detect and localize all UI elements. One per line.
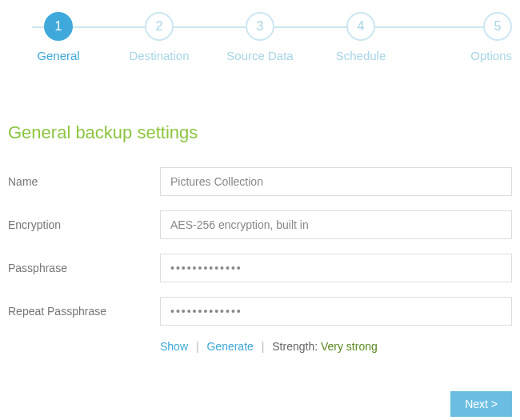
form-section: General backup settings Name Encryption … (8, 122, 512, 353)
step-label-destination: Destination (129, 49, 189, 62)
label-passphrase: Passphrase (8, 262, 160, 274)
row-passphrase: Passphrase (8, 254, 512, 282)
next-button[interactable]: Next > (450, 391, 512, 417)
passphrase-input[interactable] (160, 254, 512, 282)
step-circle-4: 4 (346, 12, 375, 41)
label-repeat-passphrase: Repeat Passphrase (8, 305, 160, 318)
passphrase-helper: Show | Generate | Strength: Very strong (160, 340, 512, 353)
strength-label: Strength: (272, 340, 321, 353)
show-link[interactable]: Show (160, 340, 188, 353)
step-source-data[interactable]: 3 Source Data (210, 12, 310, 62)
name-input[interactable] (160, 167, 512, 196)
step-label-source-data: Source Data (226, 49, 293, 62)
strength-value: Very strong (321, 340, 378, 353)
step-circle-1: 1 (44, 12, 73, 41)
step-destination[interactable]: 2 Destination (109, 12, 210, 62)
divider-1: | (196, 340, 199, 353)
wizard-stepper: 1 General 2 Destination 3 Source Data 4 … (8, 12, 512, 62)
step-circle-2: 2 (145, 12, 174, 41)
footer: Next > (8, 391, 512, 417)
step-general[interactable]: 1 General (8, 12, 109, 62)
step-options[interactable]: 5 Options (411, 12, 512, 62)
step-schedule[interactable]: 4 Schedule (310, 12, 411, 62)
divider-2: | (262, 340, 265, 353)
step-label-options: Options (470, 49, 512, 62)
step-circle-3: 3 (246, 12, 274, 41)
repeat-passphrase-input[interactable] (160, 297, 512, 326)
row-repeat-passphrase: Repeat Passphrase (8, 297, 512, 326)
step-label-general: General (37, 49, 79, 62)
label-encryption: Encryption (8, 218, 160, 231)
step-circle-5: 5 (483, 12, 512, 41)
row-name: Name (8, 167, 512, 196)
label-name: Name (8, 175, 160, 188)
section-title: General backup settings (8, 122, 512, 143)
step-label-schedule: Schedule (336, 49, 386, 62)
row-encryption: Encryption (8, 210, 512, 239)
generate-link[interactable]: Generate (206, 340, 253, 353)
encryption-input[interactable] (160, 210, 512, 239)
